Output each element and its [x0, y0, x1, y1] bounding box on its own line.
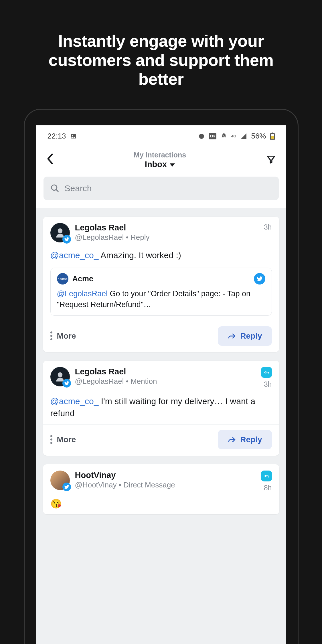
svg-rect-8	[272, 133, 273, 133]
reply-button[interactable]: Reply	[218, 326, 272, 346]
author-meta: @LegolasRael • Reply	[75, 233, 259, 242]
timestamp: 3h	[264, 223, 272, 231]
signal-icon	[240, 133, 247, 140]
promo-title: Instantly engage with your customers and…	[0, 0, 322, 109]
quoted-text: @LegolasRael Go to your "Order Details" …	[57, 289, 265, 310]
post-text: @acme_co_ Amazing. It worked :)	[50, 249, 272, 261]
more-button[interactable]: More	[50, 331, 76, 341]
svg-point-3	[199, 134, 204, 139]
author-meta: @HootVinay • Direct Message	[75, 481, 256, 489]
interaction-card[interactable]: Legolas Rael @LegolasRael • Mention 3h	[43, 361, 279, 456]
reply-button[interactable]: Reply	[218, 430, 272, 449]
app-screen: 22:13 LTE 4G 56% My Interactions Inbo	[36, 125, 286, 644]
cast-icon	[198, 133, 205, 140]
quoted-author: Acme	[72, 274, 250, 283]
author-name: HootVinay	[75, 471, 256, 480]
avatar[interactable]	[50, 223, 70, 242]
avatar[interactable]	[50, 471, 70, 490]
bell-off-icon	[220, 133, 227, 140]
quoted-avatar: • acme	[57, 273, 68, 285]
timestamp: 8h	[264, 484, 272, 492]
chevron-down-icon	[170, 163, 175, 167]
image-icon	[70, 133, 77, 140]
more-icon	[50, 331, 52, 340]
post-emoji: 😘	[50, 498, 272, 509]
timestamp: 3h	[264, 380, 272, 388]
svg-line-11	[56, 189, 58, 192]
quoted-post[interactable]: • acme Acme @LegolasRael Go to your "Ord…	[50, 268, 272, 316]
svg-point-12	[58, 228, 62, 233]
feed: Legolas Rael @LegolasRael • Reply 3h @ac…	[36, 208, 286, 523]
author-meta: @LegolasRael • Mention	[75, 377, 256, 386]
author-name: Legolas Rael	[75, 223, 259, 232]
mention-link[interactable]: @LegolasRael	[57, 289, 108, 298]
mention-link[interactable]: @acme_co_	[50, 250, 99, 260]
header-main-label: Inbox	[145, 160, 167, 169]
search-placeholder: Search	[65, 183, 92, 193]
reply-badge-icon	[261, 471, 272, 481]
reply-badge-icon	[261, 367, 272, 378]
twitter-icon	[62, 235, 71, 244]
svg-point-13	[58, 372, 62, 377]
header-title-dropdown[interactable]: My Interactions Inbox	[134, 151, 186, 169]
mention-link[interactable]: @acme_co_	[50, 396, 99, 406]
twitter-icon	[62, 483, 71, 491]
status-time: 22:13	[48, 132, 66, 141]
twitter-icon	[62, 379, 71, 388]
device-frame: 22:13 LTE 4G 56% My Interactions Inbo	[24, 109, 299, 644]
author-name: Legolas Rael	[75, 367, 256, 376]
avatar[interactable]	[50, 367, 70, 386]
battery-icon	[270, 133, 275, 140]
interaction-card[interactable]: HootVinay @HootVinay • Direct Message 8h	[43, 464, 279, 514]
interaction-card[interactable]: Legolas Rael @LegolasRael • Reply 3h @ac…	[43, 217, 279, 352]
reply-arrow-icon	[228, 332, 236, 340]
svg-text:LTE: LTE	[210, 135, 215, 138]
post-text: @acme_co_ I'm still waiting for my deliv…	[50, 395, 272, 419]
svg-point-10	[52, 185, 57, 190]
twitter-icon	[254, 273, 265, 285]
battery-percent: 56%	[251, 132, 266, 141]
back-button[interactable]	[46, 153, 54, 167]
search-input[interactable]: Search	[44, 177, 279, 200]
search-icon	[50, 184, 60, 193]
app-header: My Interactions Inbox	[36, 147, 286, 171]
svg-point-1	[72, 135, 73, 136]
svg-rect-9	[271, 136, 274, 139]
more-icon	[50, 435, 52, 444]
more-button[interactable]: More	[50, 435, 76, 444]
header-subtitle: My Interactions	[134, 151, 186, 159]
filter-button[interactable]	[266, 155, 276, 165]
status-bar: 22:13 LTE 4G 56%	[36, 125, 286, 147]
volte-icon: LTE	[209, 133, 216, 139]
reply-arrow-icon	[228, 436, 236, 444]
